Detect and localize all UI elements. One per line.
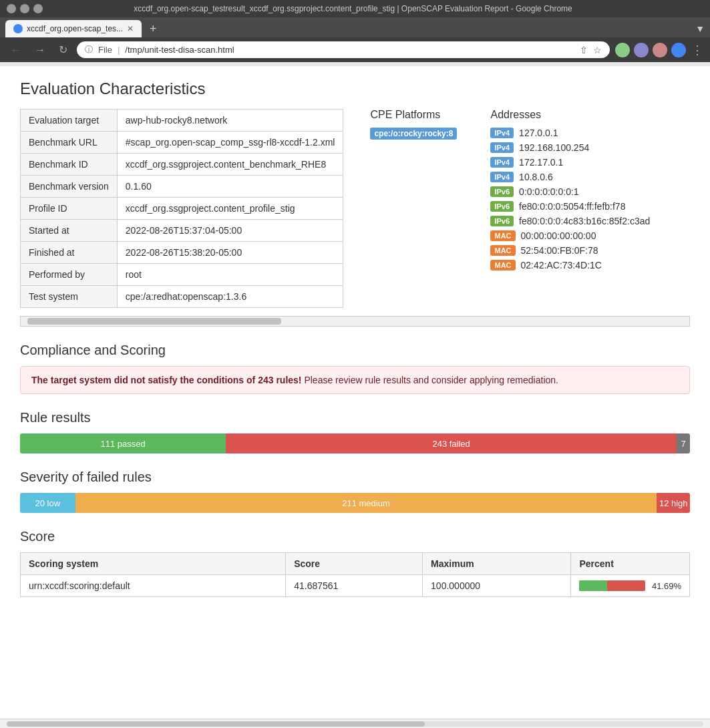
percent-bar: [579, 580, 645, 591]
address-type-badge: MAC: [490, 245, 515, 256]
address-item: IPv4127.0.0.1: [490, 128, 650, 138]
score-column-header: Score: [286, 553, 423, 575]
eval-table-row: Benchmark IDxccdf_org.ssgproject.content…: [21, 154, 343, 176]
tab-favicon: [13, 24, 23, 33]
scroll-thumb[interactable]: [27, 318, 281, 325]
score-column-header: Maximum: [423, 553, 571, 575]
passed-bar: 111 passed: [20, 433, 226, 453]
failed-label: 243 failed: [432, 439, 470, 449]
eval-label: Benchmark ID: [21, 154, 118, 176]
percent-label: 41.69%: [648, 581, 681, 591]
address-item: MAC52:54:00:FB:0F:78: [490, 245, 650, 256]
new-tab-button[interactable]: +: [144, 22, 162, 36]
eval-table-row: Started at2022-08-26T15:37:04-05:00: [21, 220, 343, 242]
other-label: 7: [681, 439, 685, 449]
share-button[interactable]: ⇧: [580, 45, 588, 55]
url-scheme-label: File: [98, 45, 112, 55]
main-layout: Evaluation targetawp-hub-rocky8.networkB…: [20, 109, 690, 308]
eval-value: xccdf_org.ssgproject.content_profile_sti…: [117, 198, 343, 220]
percent-bar-fill: [579, 580, 606, 591]
score-column-header: Percent: [571, 553, 690, 575]
percent-cell: 41.69%: [571, 575, 690, 597]
eval-value: root: [117, 264, 343, 286]
section4-title: Severity of failed rules: [20, 470, 690, 485]
close-button[interactable]: [33, 4, 43, 13]
maximum-cell: 100.000000: [423, 575, 571, 597]
minimize-button[interactable]: [7, 4, 16, 13]
back-button[interactable]: ←: [7, 43, 25, 57]
low-bar: 20 low: [20, 493, 75, 513]
tab-close-button[interactable]: ✕: [127, 24, 134, 33]
address-value: 0:0:0:0:0:0:0:1: [519, 186, 579, 197]
eval-table-row: Finished at2022-08-26T15:38:20-05:00: [21, 242, 343, 264]
maximize-button[interactable]: [20, 4, 29, 13]
window-title: xccdf_org.open-scap_testresult_xccdf_org…: [49, 4, 657, 13]
score-table: Scoring systemScoreMaximumPercent urn:xc…: [20, 552, 690, 597]
address-item: IPv60:0:0:0:0:0:0:1: [490, 186, 650, 197]
browser-chrome: xccdf_org.open-scap_testresult_xccdf_org…: [0, 0, 710, 66]
medium-bar: 211 medium: [75, 493, 657, 513]
browser-menu-button[interactable]: ⋮: [691, 43, 703, 57]
low-label: 20 low: [35, 498, 60, 508]
extension-icons: [615, 43, 686, 57]
address-value: 00:00:00:00:00:00: [521, 230, 596, 241]
eval-value: #scap_org.open-scap_comp_ssg-rl8-xccdf-1…: [117, 132, 343, 154]
url-bar[interactable]: ⓘ File | /tmp/unit-test-disa-scan.html ⇧…: [77, 41, 610, 58]
eval-table-row: Evaluation targetawp-hub-rocky8.network: [21, 110, 343, 132]
rule-results-bar: 111 passed 243 failed 7: [20, 433, 690, 453]
tab-label: xccdf_org.open-scap_tes...: [27, 24, 123, 33]
address-type-badge: IPv4: [490, 142, 514, 153]
passed-label: 111 passed: [101, 439, 146, 449]
cpe-badge: cpe:/o:rocky:rocky:8: [370, 128, 457, 140]
address-value: fe80:0:0:0:5054:ff:fefb:f78: [519, 201, 625, 212]
address-type-badge: IPv4: [490, 157, 514, 168]
tab-bar: xccdf_org.open-scap_tes... ✕ + ▼: [0, 17, 710, 37]
title-bar: xccdf_org.open-scap_testresult_xccdf_org…: [0, 0, 710, 17]
profile-avatar[interactable]: [671, 43, 686, 57]
section2-title: Compliance and Scoring: [20, 343, 690, 358]
failed-bar: 243 failed: [226, 433, 677, 453]
compliance-alert: The target system did not satisfy the co…: [20, 366, 690, 394]
address-value: 172.17.0.1: [519, 157, 563, 168]
ext-icon-2[interactable]: [634, 43, 649, 57]
scoring-system-cell: urn:xccdf:scoring:default: [21, 575, 286, 597]
address-type-badge: IPv6: [490, 186, 514, 197]
address-value: 02:42:AC:73:4D:1C: [521, 260, 602, 270]
score-cell: 41.687561: [286, 575, 423, 597]
address-value: fe80:0:0:0:4c83:b16c:85f2:c3ad: [519, 216, 650, 226]
cpe-title: CPE Platforms: [370, 109, 457, 121]
forward-button[interactable]: →: [31, 43, 49, 57]
ext-icon-1[interactable]: [615, 43, 630, 57]
eval-label: Benchmark URL: [21, 132, 118, 154]
eval-value: xccdf_org.ssgproject.content_benchmark_R…: [117, 154, 343, 176]
address-item: IPv6fe80:0:0:0:5054:ff:fefb:f78: [490, 201, 650, 212]
other-bar: 7: [677, 433, 690, 453]
url-input[interactable]: /tmp/unit-test-disa-scan.html: [125, 45, 574, 55]
high-label: 12 high: [659, 498, 688, 508]
tab-more-button[interactable]: ▼: [695, 23, 705, 34]
active-tab[interactable]: xccdf_org.open-scap_tes... ✕: [5, 20, 142, 37]
address-type-badge: IPv4: [490, 128, 514, 138]
address-value: 52:54:00:FB:0F:78: [521, 245, 598, 256]
url-scheme-icon: ⓘ: [85, 44, 93, 55]
page-content: Evaluation Characteristics Evaluation ta…: [0, 66, 710, 610]
address-item: IPv4192.168.100.254: [490, 142, 650, 153]
address-value: 10.8.0.6: [519, 172, 553, 182]
url-action-buttons: ⇧ ☆: [580, 45, 602, 55]
evaluation-table: Evaluation targetawp-hub-rocky8.networkB…: [20, 109, 343, 308]
eval-table-row: Benchmark version0.1.60: [21, 176, 343, 198]
bookmark-button[interactable]: ☆: [593, 45, 602, 55]
alert-rest-text: Please review rule results and consider …: [304, 375, 558, 385]
reload-button[interactable]: ↻: [55, 42, 71, 57]
addresses-title: Addresses: [490, 109, 650, 121]
ext-icon-3[interactable]: [653, 43, 667, 57]
alert-bold-text: The target system did not satisfy the co…: [31, 375, 302, 385]
address-item: IPv4172.17.0.1: [490, 157, 650, 168]
address-item: IPv410.8.0.6: [490, 172, 650, 182]
horizontal-scrollbar[interactable]: [20, 316, 690, 327]
addresses-section: Addresses IPv4127.0.0.1IPv4192.168.100.2…: [490, 109, 650, 275]
eval-value: cpe:/a:redhat:openscap:1.3.6: [117, 286, 343, 308]
eval-value: 0.1.60: [117, 176, 343, 198]
section5-title: Score: [20, 529, 690, 544]
url-separator: |: [118, 45, 120, 55]
